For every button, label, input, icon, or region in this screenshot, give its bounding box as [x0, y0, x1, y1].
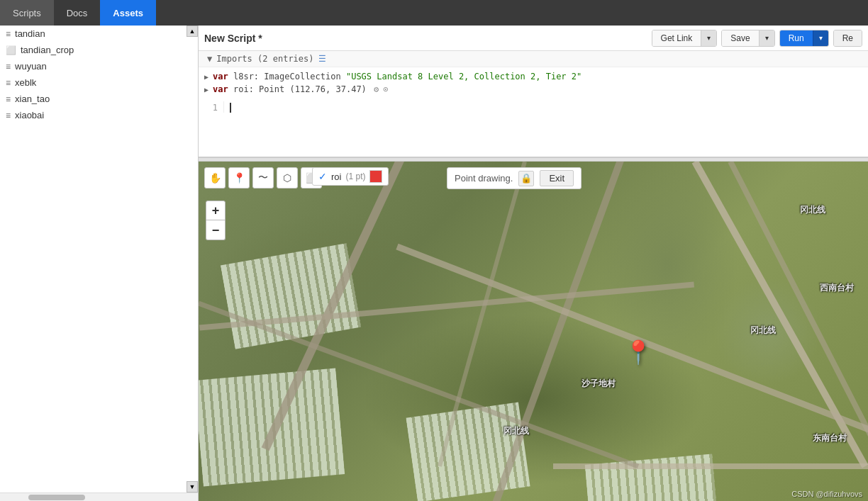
- table-icon: ≡: [6, 78, 11, 88]
- var1-type: ImageCollection: [264, 72, 340, 81]
- sidebar-item-label: wuyuan: [15, 61, 47, 72]
- zoom-controls: + −: [206, 201, 226, 240]
- hand-tool-btn[interactable]: ✋: [204, 167, 226, 188]
- sidebar-item-label: tandian: [15, 28, 45, 39]
- sidebar: ▲ ≡ tandian ⬜ tandian_crop ≡ wuyuan ≡ xe…: [0, 26, 199, 501]
- line-arrow-2: ▶: [204, 86, 208, 94]
- zoom-out-button[interactable]: −: [206, 220, 226, 240]
- reset-group: Re: [833, 30, 862, 47]
- roi-toolbar: ✓ roi (1 pt): [312, 167, 389, 186]
- main-layout: ▲ ≡ tandian ⬜ tandian_crop ≡ wuyuan ≡ xe…: [0, 26, 868, 501]
- run-group: Run ▾: [779, 30, 829, 47]
- sidebar-item-tandian[interactable]: ≡ tandian: [0, 26, 198, 42]
- get-link-dropdown[interactable]: ▾: [701, 30, 716, 46]
- sidebar-item-xeblk[interactable]: ≡ xeblk: [0, 74, 198, 91]
- run-dropdown[interactable]: ▾: [813, 30, 828, 46]
- svg-line-1: [730, 162, 868, 466]
- top-tabs: Scripts Docs Assets: [0, 0, 868, 26]
- sidebar-item-label: tandian_crop: [21, 45, 74, 55]
- sidebar-item-xian-tao[interactable]: ≡ xian_tao: [0, 91, 198, 107]
- table-icon: ≡: [6, 29, 11, 39]
- reset-button[interactable]: Re: [834, 30, 862, 46]
- cursor-line: [230, 103, 868, 113]
- greenhouse-4: [585, 454, 720, 501]
- scroll-down-btn[interactable]: ▼: [187, 481, 198, 492]
- scroll-thumb: [28, 495, 85, 500]
- map-pin[interactable]: 📍: [624, 339, 652, 366]
- var1-name: l8sr: [233, 72, 254, 81]
- point-drawing-label: Point drawing.: [455, 173, 513, 184]
- map-label-road1: 冈北线: [750, 325, 776, 337]
- get-link-group: Get Link ▾: [652, 30, 718, 47]
- save-button[interactable]: Save: [722, 30, 758, 46]
- line-tool-btn[interactable]: 〜: [252, 167, 274, 188]
- map-attribution: CSDN @difizuhvovs: [791, 490, 862, 498]
- script-title: New Script *: [204, 33, 262, 44]
- sidebar-list: ≡ tandian ⬜ tandian_crop ≡ wuyuan ≡ xebl…: [0, 26, 198, 492]
- header-buttons: Get Link ▾ Save ▾ Run ▾ Re: [652, 30, 862, 47]
- imports-icon: ☰: [318, 54, 326, 64]
- code-line-var2: ▶ var roi : Point (112.76, 37.47) ⚙ ⊙: [199, 83, 868, 96]
- svg-line-0: [695, 162, 865, 466]
- save-dropdown[interactable]: ▾: [759, 30, 774, 46]
- editor-header: New Script * Get Link ▾ Save ▾ Run ▾ Re: [199, 26, 868, 51]
- table-icon: ≡: [6, 94, 11, 104]
- exit-button[interactable]: Exit: [540, 170, 574, 186]
- var2-type: Point: [259, 84, 284, 94]
- roi-color-swatch[interactable]: [369, 170, 382, 183]
- line-arrow-1: ▶: [204, 73, 208, 81]
- tab-scripts[interactable]: Scripts: [0, 0, 54, 26]
- sidebar-item-label: xian_tao: [15, 94, 50, 104]
- var1-keyword: var: [213, 72, 228, 81]
- zoom-in-button[interactable]: +: [206, 201, 226, 220]
- roi-point-count: (1 pt): [345, 171, 365, 181]
- get-link-button[interactable]: Get Link: [652, 30, 701, 46]
- code-line-var1: ▶ var l8sr : ImageCollection "USGS Lands…: [199, 70, 868, 83]
- roi-checkbox[interactable]: ✓: [318, 171, 327, 182]
- var2-coords: (112.76, 37.47): [289, 84, 366, 94]
- roi-name: roi: [331, 171, 341, 182]
- map-satellite-bg: 冈北线 西南台村 沙子地村 东南台村 冈北线 冈北线 📍 ✋ 📍 〜 ⬡ ⬜: [199, 162, 868, 501]
- map-label-north: 冈北线: [800, 204, 825, 216]
- map-area[interactable]: 冈北线 西南台村 沙子地村 东南台村 冈北线 冈北线 📍 ✋ 📍 〜 ⬡ ⬜: [199, 162, 868, 501]
- code-content: [224, 101, 868, 113]
- image-icon: ⬜: [6, 45, 16, 55]
- sidebar-item-wuyuan[interactable]: ≡ wuyuan: [0, 58, 198, 74]
- var1-value: "USGS Landsat 8 Level 2, Collection 2, T…: [346, 72, 582, 81]
- map-label-dongnan: 东南台村: [813, 432, 847, 444]
- right-content: New Script * Get Link ▾ Save ▾ Run ▾ Re: [199, 26, 868, 501]
- save-group: Save ▾: [721, 30, 774, 47]
- sidebar-item-label: xiaobai: [15, 110, 44, 120]
- line-num-1: 1: [199, 103, 218, 113]
- sidebar-item-xiaobai[interactable]: ≡ xiaobai: [0, 107, 198, 123]
- run-button[interactable]: Run: [780, 30, 813, 46]
- var1-colon: :: [254, 72, 259, 81]
- drawing-toolbar: Point drawing. 🔒 Exit: [447, 167, 582, 189]
- imports-arrow: ▼: [207, 54, 212, 64]
- map-toolbar: ✋ 📍 〜 ⬡ ⬜: [204, 167, 322, 188]
- lock-button[interactable]: 🔒: [518, 171, 534, 186]
- polygon-tool-btn[interactable]: ⬡: [277, 167, 298, 188]
- var2-keyword: var: [213, 84, 228, 94]
- text-cursor: [230, 103, 231, 113]
- tab-docs[interactable]: Docs: [54, 0, 101, 26]
- sidebar-item-label: xeblk: [15, 77, 36, 88]
- table-icon: ≡: [6, 62, 11, 72]
- map-label-road2: 冈北线: [503, 425, 529, 437]
- settings-icon[interactable]: ⚙: [374, 84, 379, 94]
- code-editor[interactable]: ▼ Imports (2 entries) ☰ ▶ var l8sr : Ima…: [199, 51, 868, 157]
- map-label-shazi: 沙子地村: [582, 378, 616, 390]
- imports-bar: ▼ Imports (2 entries) ☰: [199, 51, 868, 67]
- code-lines: ▶ var l8sr : ImageCollection "USGS Lands…: [199, 67, 868, 98]
- scroll-up-btn[interactable]: ▲: [187, 26, 198, 37]
- share-icon[interactable]: ⊙: [383, 84, 388, 94]
- var2-name: roi: [233, 84, 249, 94]
- marker-tool-btn[interactable]: 📍: [228, 167, 250, 188]
- var2-colon: :: [249, 84, 254, 94]
- tab-assets[interactable]: Assets: [100, 0, 156, 26]
- horizontal-scrollbar[interactable]: [0, 492, 198, 501]
- line-number-area: 1: [199, 98, 868, 116]
- imports-label: Imports (2 entries): [216, 54, 313, 64]
- sidebar-item-tandian-crop[interactable]: ⬜ tandian_crop: [0, 42, 198, 58]
- map-label-xina: 西南台村: [820, 282, 854, 294]
